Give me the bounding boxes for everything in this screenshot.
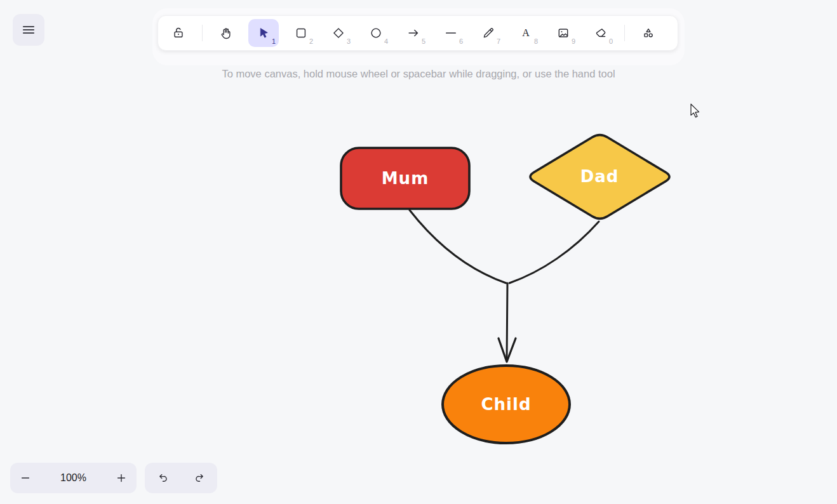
image-icon [556, 26, 570, 40]
redo-icon [193, 472, 206, 484]
hand-tool-button[interactable] [211, 19, 241, 47]
edge-mum-to-junction[interactable] [410, 210, 506, 283]
hamburger-icon [21, 22, 36, 37]
zoom-level[interactable]: 100% [60, 472, 86, 484]
unlocked-padlock-icon [171, 26, 185, 40]
diamond-tool-button[interactable]: 3 [323, 19, 354, 47]
toolbar: 1 2 3 4 5 [157, 15, 678, 51]
menu-button[interactable] [13, 14, 44, 46]
pencil-icon [481, 26, 495, 40]
shortcut-label: 4 [384, 37, 388, 45]
shortcut-label: 1 [272, 37, 276, 45]
shortcut-label: 7 [497, 37, 500, 45]
lock-tool-button[interactable] [163, 19, 194, 47]
diamond-icon [331, 26, 345, 40]
more-shapes-button[interactable] [633, 19, 664, 47]
history-controls [145, 463, 217, 493]
redo-button[interactable] [185, 464, 213, 492]
shapes-icon [641, 26, 655, 40]
toolbar-divider [624, 25, 625, 41]
rectangle-tool-button[interactable]: 2 [286, 19, 316, 47]
undo-icon [157, 472, 170, 484]
line-icon [444, 26, 458, 40]
zoom-out-button[interactable] [11, 464, 39, 492]
svg-text:A: A [522, 27, 530, 38]
canvas-hint: To move canvas, hold mouse wheel or spac… [152, 68, 685, 80]
minus-icon [19, 472, 32, 484]
node-dad-label: Dad [580, 167, 619, 186]
node-child-label: Child [481, 395, 531, 414]
undo-button[interactable] [149, 464, 177, 492]
shortcut-label: 0 [609, 37, 613, 45]
line-tool-button[interactable]: 6 [436, 19, 466, 47]
image-tool-button[interactable]: 9 [548, 19, 579, 47]
rectangle-icon [294, 26, 308, 40]
selection-tool-button[interactable]: 1 [248, 19, 279, 47]
toolbar-divider [202, 25, 203, 41]
plus-icon [115, 472, 128, 484]
arrow-tool-button[interactable]: 5 [398, 19, 429, 47]
node-mum-label: Mum [382, 169, 429, 188]
shortcut-label: 9 [572, 37, 575, 45]
selection-cursor-icon [257, 26, 271, 40]
arrow-icon [406, 26, 420, 40]
shortcut-label: 3 [347, 37, 351, 45]
shortcut-label: 5 [422, 37, 425, 45]
zoom-controls: 100% [10, 463, 137, 493]
toolbar-backdrop: 1 2 3 4 5 [152, 8, 685, 65]
zoom-in-button[interactable] [107, 464, 135, 492]
ellipse-icon [369, 26, 383, 40]
eraser-icon [594, 26, 608, 40]
shortcut-label: 8 [534, 37, 538, 45]
hand-icon [219, 26, 233, 40]
shortcut-label: 6 [459, 37, 463, 45]
shortcut-label: 2 [309, 37, 313, 45]
text-tool-icon: A [519, 26, 533, 40]
text-tool-button[interactable]: A 8 [511, 19, 541, 47]
edge-junction-to-child-shaft[interactable] [507, 283, 507, 360]
edge-dad-to-junction[interactable] [509, 222, 599, 283]
draw-tool-button[interactable]: 7 [473, 19, 504, 47]
eraser-tool-button[interactable]: 0 [586, 19, 616, 47]
ellipse-tool-button[interactable]: 4 [361, 19, 391, 47]
